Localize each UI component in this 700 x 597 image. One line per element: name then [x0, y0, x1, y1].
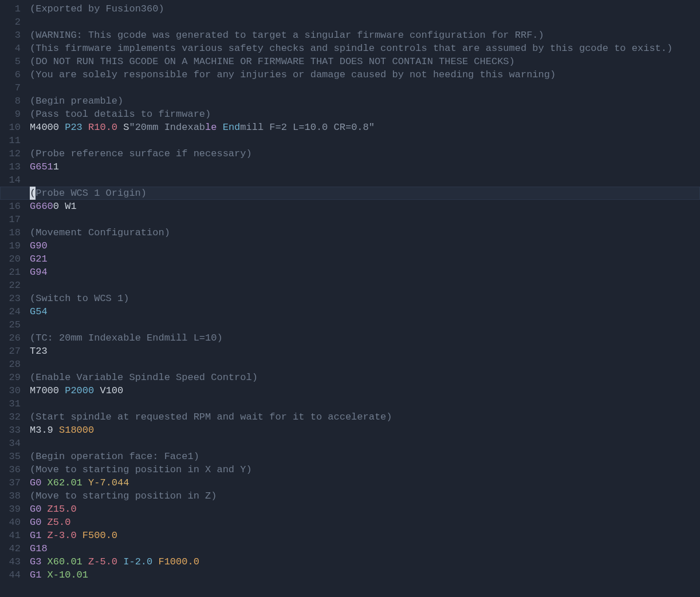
code-token: 0 W1 [53, 201, 77, 212]
code-line[interactable]: (Probe reference surface if necessary) [30, 147, 700, 160]
line-number: 19 [0, 239, 24, 252]
code-token: X62.01 [48, 477, 82, 488]
code-token: G0 [30, 477, 41, 488]
line-number: 32 [0, 410, 24, 424]
line-number: 14 [0, 173, 24, 187]
code-line[interactable] [30, 318, 700, 331]
code-line[interactable]: (Enable Variable Spindle Speed Control) [30, 371, 700, 384]
code-line[interactable]: (Start spindle at requested RPM and wait… [30, 410, 700, 424]
code-token: T23 [30, 346, 48, 357]
line-number: 4 [0, 42, 24, 55]
code-line[interactable] [30, 397, 700, 410]
code-line[interactable]: G18 [30, 542, 700, 555]
line-number: 20 [0, 252, 24, 266]
code-line[interactable]: (DO NOT RUN THIS GCODE ON A MACHINE OR F… [30, 55, 700, 68]
code-line[interactable]: (Movement Configuration) [30, 226, 700, 239]
code-token: (This firmware implements various safety… [30, 43, 673, 54]
code-line[interactable]: M3.9 S18000 [30, 424, 700, 437]
line-number: 43 [0, 555, 24, 568]
code-token [77, 530, 82, 541]
code-token: R10.0 [88, 122, 117, 133]
code-area[interactable]: (Exported by Fusion360)(WARNING: This gc… [24, 0, 700, 597]
code-line[interactable]: (Pass tool details to firmware) [30, 108, 700, 121]
code-line[interactable]: G6600 W1 [30, 200, 700, 213]
code-token: G660 [30, 201, 53, 212]
code-token: M7000 [30, 385, 65, 396]
line-number: 38 [0, 489, 24, 503]
code-line[interactable] [30, 213, 700, 226]
code-line[interactable] [30, 81, 700, 94]
line-number: 8 [0, 94, 24, 108]
code-line[interactable]: G0 Z5.0 [30, 516, 700, 529]
code-token: G90 [30, 240, 48, 251]
code-token: X60.01 [48, 556, 82, 567]
code-line[interactable]: G0 Z15.0 [30, 503, 700, 516]
code-line[interactable] [30, 279, 700, 292]
code-line[interactable]: (You are solely responsible for any inju… [30, 68, 700, 81]
code-token: (You are solely responsible for any inju… [30, 69, 556, 80]
line-number: 26 [0, 331, 24, 345]
code-token: (Exported by Fusion360) [30, 3, 164, 14]
code-line[interactable]: G90 [30, 239, 700, 252]
code-line[interactable]: G6511 [30, 160, 700, 173]
code-line[interactable]: (Move to starting position in X and Y) [30, 463, 700, 476]
code-line[interactable]: G0 X62.01 Y-7.044 [30, 476, 700, 489]
code-token: Y-7.044 [88, 477, 129, 488]
code-line[interactable]: G3 X60.01 Z-5.0 I-2.0 F1000.0 [30, 555, 700, 568]
code-token: (Move to starting position in X and Y) [30, 464, 252, 475]
code-line[interactable]: (Exported by Fusion360) [30, 2, 700, 15]
line-number: 5 [0, 55, 24, 68]
code-token: F1000.0 [158, 556, 199, 567]
line-number: 11 [0, 134, 24, 147]
line-number: 31 [0, 397, 24, 410]
code-line[interactable]: (Begin preamble) [30, 94, 700, 108]
code-line[interactable] [30, 134, 700, 147]
code-token [41, 517, 47, 528]
code-token: Probe WCS 1 Origin) [36, 188, 147, 199]
line-number-gutter: 1234567891011121314151617181920212223242… [0, 0, 24, 597]
code-token [217, 122, 222, 133]
code-token [117, 122, 123, 133]
line-number: 34 [0, 437, 24, 450]
code-token [41, 504, 47, 515]
code-line[interactable]: (Probe WCS 1 Origin) [30, 187, 700, 200]
code-token: (Pass tool details to firmware) [30, 109, 211, 120]
code-line[interactable]: G1 X-10.01 [30, 568, 700, 582]
code-line[interactable] [30, 173, 700, 187]
code-line[interactable]: (This firmware implements various safety… [30, 42, 700, 55]
code-line[interactable]: (Switch to WCS 1) [30, 292, 700, 305]
code-token: G54 [30, 306, 48, 317]
code-token: (Switch to WCS 1) [30, 293, 129, 304]
code-line[interactable]: G54 [30, 305, 700, 318]
code-token: (Begin preamble) [30, 96, 123, 106]
line-number: 3 [0, 29, 24, 42]
code-line[interactable]: (Move to starting position in Z) [30, 489, 700, 503]
code-line[interactable]: G1 Z-3.0 F500.0 [30, 529, 700, 542]
code-line[interactable]: (WARNING: This gcode was generated to ta… [30, 29, 700, 42]
scrollbar-track[interactable] [692, 0, 700, 597]
code-token: mill F=2 L=10.0 CR=0.8" [240, 122, 375, 133]
line-number: 24 [0, 305, 24, 318]
code-line[interactable]: (Begin operation face: Face1) [30, 450, 700, 463]
code-line[interactable] [30, 437, 700, 450]
code-line[interactable]: G94 [30, 266, 700, 279]
code-line[interactable] [30, 358, 700, 371]
code-token: Z5.0 [48, 517, 71, 528]
code-line[interactable]: M7000 P2000 V100 [30, 384, 700, 397]
code-token: (Movement Configuration) [30, 227, 170, 238]
line-number: 2 [0, 15, 24, 29]
code-editor[interactable]: 1234567891011121314151617181920212223242… [0, 0, 700, 597]
code-line[interactable]: M4000 P23 R10.0 S"20mm Indexable Endmill… [30, 121, 700, 134]
line-number: 30 [0, 384, 24, 397]
code-line[interactable] [30, 15, 700, 29]
line-number: 29 [0, 371, 24, 384]
code-token: (Start spindle at requested RPM and wait… [30, 412, 392, 422]
line-number: 9 [0, 108, 24, 121]
code-token: P2000 [65, 385, 94, 396]
code-line[interactable]: (TC: 20mm Indexable Endmill L=10) [30, 331, 700, 345]
line-number: 12 [0, 147, 24, 160]
code-token [41, 570, 47, 580]
line-number: 22 [0, 279, 24, 292]
code-line[interactable]: T23 [30, 345, 700, 358]
code-line[interactable]: G21 [30, 252, 700, 266]
